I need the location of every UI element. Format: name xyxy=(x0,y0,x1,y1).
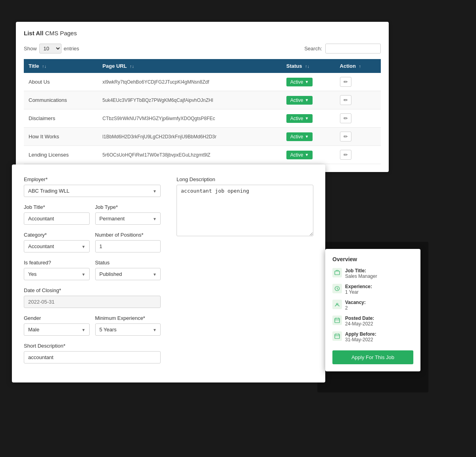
closing-date-label: Date of Closing* xyxy=(24,287,161,293)
row-action: ✏ xyxy=(335,109,381,128)
job-title-label: Job Title* xyxy=(24,204,90,210)
row-title: Communications xyxy=(24,91,98,109)
entries-label: entries xyxy=(64,46,79,52)
status-select[interactable]: Published Draft Archived xyxy=(95,268,161,280)
table-row: About Us xl9wkRy7tqOehBo6YCDjFG2JTucpKI4… xyxy=(24,73,381,91)
job-type-select[interactable]: Permanent Contract Part-time xyxy=(95,212,161,225)
vacancy-label: Vacancy: xyxy=(345,300,366,305)
job-title-label: Job Title: xyxy=(345,268,377,273)
overview-job-title-item: Job Title: Sales Manager xyxy=(332,268,413,279)
apply-before-label: Apply Before: xyxy=(345,331,376,337)
row-action: ✏ xyxy=(335,128,381,146)
employer-select[interactable]: ABC Trading WLL xyxy=(24,185,161,197)
row-url: 5uk4EUc3V9FYTbBQz7PWgKM6qCajfAipvhOJnZHl xyxy=(98,91,281,109)
short-desc-label: Short Description* xyxy=(24,343,161,349)
job-type-group: Job Type* Permanent Contract Part-time xyxy=(95,204,161,225)
row-title: Lending Licenses xyxy=(24,146,98,164)
status-badge[interactable]: Active ▼ xyxy=(286,96,313,105)
svg-rect-3 xyxy=(335,334,340,338)
table-header-row: Title ↑↓ Page URL ↑↓ Status ↑↓ Action ↑ xyxy=(24,59,381,73)
experience-value: 1 Year xyxy=(345,289,372,295)
min-exp-group: Minimum Experience* 5 Years 1 Year 2 Yea… xyxy=(95,315,161,336)
row-status: Active ▼ xyxy=(282,146,335,164)
row-status: Active ▼ xyxy=(282,109,335,128)
row-status: Active ▼ xyxy=(282,91,335,109)
overview-vacancy-item: Vacancy: 2 xyxy=(332,300,413,311)
status-badge[interactable]: Active ▼ xyxy=(286,114,313,123)
cms-panel-title: List All CMS Pages xyxy=(24,30,381,36)
status-select-wrapper: Published Draft Archived xyxy=(95,268,161,280)
overview-apply-before-text: Apply Before: 31-May-2022 xyxy=(345,331,376,342)
gender-select[interactable]: Male Female Any xyxy=(24,323,90,336)
row-url: xl9wkRy7tqOehBo6YCDjFG2JTucpKI4gMNsn8Zdf xyxy=(98,73,281,91)
col-status[interactable]: Status ↑↓ xyxy=(282,59,335,73)
min-exp-select[interactable]: 5 Years 1 Year 2 Years 3 Years 10 Years xyxy=(95,323,161,336)
row-title: Disclaimers xyxy=(24,109,98,128)
row-status: Active ▼ xyxy=(282,73,335,91)
featured-label: Is featured? xyxy=(24,260,90,266)
overview-title: Overview xyxy=(332,256,413,262)
status-badge[interactable]: Active ▼ xyxy=(286,132,313,141)
edit-button[interactable]: ✏ xyxy=(340,132,351,141)
overview-job-title-text: Job Title: Sales Manager xyxy=(345,268,377,279)
long-desc-group: Long Description accountant job opening xyxy=(177,176,313,237)
edit-button[interactable]: ✏ xyxy=(340,113,351,123)
job-title-group: Job Title* xyxy=(24,204,90,225)
category-positions-row: Category* Accountant Manager Engineer Nu… xyxy=(24,232,161,260)
closing-date-input[interactable] xyxy=(24,296,161,308)
table-row: How It Works l1BbMd6H2D3rkFnjU9LgCH2D3rk… xyxy=(24,128,381,146)
form-right-col: Long Description accountant job opening xyxy=(177,176,313,371)
job-title-value: Sales Manager xyxy=(345,273,377,279)
overview-apply-before-item: Apply Before: 31-May-2022 xyxy=(332,331,413,342)
svg-rect-2 xyxy=(335,318,340,323)
status-label: Status xyxy=(95,260,161,266)
featured-select[interactable]: Yes No xyxy=(24,268,90,280)
chevron-down-icon: ▼ xyxy=(305,116,309,120)
col-url[interactable]: Page URL ↑↓ xyxy=(98,59,281,73)
col-title[interactable]: Title ↑↓ xyxy=(24,59,98,73)
cms-title-bold: List All xyxy=(24,30,43,36)
chevron-down-icon: ▼ xyxy=(305,98,309,102)
experience-label: Experience: xyxy=(345,284,372,289)
row-status: Active ▼ xyxy=(282,128,335,146)
search-input[interactable] xyxy=(325,44,381,54)
job-type-label: Job Type* xyxy=(95,204,161,210)
long-desc-textarea[interactable]: accountant job opening xyxy=(177,185,313,236)
chevron-down-icon: ▼ xyxy=(305,134,309,139)
short-desc-input[interactable] xyxy=(24,351,161,363)
gender-label: Gender xyxy=(24,315,90,321)
table-row: Lending Licenses 5r6OCsUoHQFiRwI17W0eT38… xyxy=(24,146,381,164)
category-select[interactable]: Accountant Manager Engineer xyxy=(24,240,90,252)
edit-button[interactable]: ✏ xyxy=(340,77,351,87)
job-title-input[interactable] xyxy=(24,212,90,225)
experience-icon xyxy=(332,284,342,293)
show-entries-select[interactable]: 10 25 50 100 xyxy=(39,44,61,54)
employer-label: Employer* xyxy=(24,176,161,182)
vacancy-value: 2 xyxy=(345,305,366,311)
action-sort-icon: ↑ xyxy=(359,64,361,69)
positions-input[interactable] xyxy=(95,240,161,252)
col-action[interactable]: Action ↑ xyxy=(335,59,381,73)
status-badge[interactable]: Active ▼ xyxy=(286,78,313,86)
edit-button[interactable]: ✏ xyxy=(340,95,351,105)
row-url: CTbzS9IrWkNU7VM3HGZYjp6iwmfyXDOQgtsP8FEc xyxy=(98,109,281,128)
apply-for-job-button[interactable]: Apply For This Job xyxy=(332,350,413,364)
row-title: About Us xyxy=(24,73,98,91)
show-label: Show xyxy=(24,46,37,52)
gender-group: Gender Male Female Any xyxy=(24,315,90,336)
min-exp-label: Minimum Experience* xyxy=(95,315,161,321)
featured-select-wrapper: Yes No xyxy=(24,268,90,280)
featured-status-row: Is featured? Yes No Status Published Dra… xyxy=(24,260,161,287)
featured-group: Is featured? Yes No xyxy=(24,260,90,280)
row-url: l1BbMd6H2D3rkFnjU9LgCH2D3rkFnjU9BbMd6H2D… xyxy=(98,128,281,146)
apply-before-icon xyxy=(332,331,342,341)
category-group: Category* Accountant Manager Engineer xyxy=(24,232,90,252)
cms-table: Title ↑↓ Page URL ↑↓ Status ↑↓ Action ↑ … xyxy=(24,59,381,164)
title-sort-icon: ↑↓ xyxy=(42,64,46,69)
overview-panel: Overview Job Title: Sales Manager Experi… xyxy=(325,249,420,371)
gender-exp-row: Gender Male Female Any Minimum Experienc… xyxy=(24,315,161,343)
edit-button[interactable]: ✏ xyxy=(340,150,351,160)
overview-experience-text: Experience: 1 Year xyxy=(345,284,372,295)
status-badge[interactable]: Active ▼ xyxy=(286,151,313,159)
posted-date-label: Posted Date: xyxy=(345,316,374,321)
